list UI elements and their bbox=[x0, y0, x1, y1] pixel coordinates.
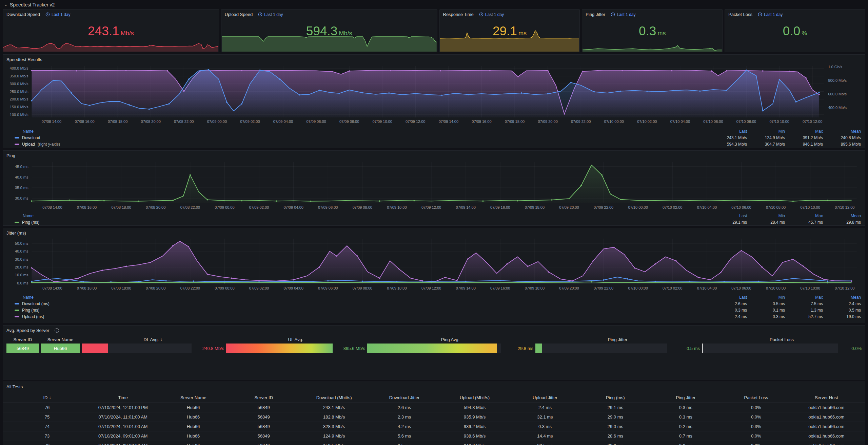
tests-column-header-time[interactable]: Time bbox=[88, 392, 158, 403]
svg-text:07/08 14:00: 07/08 14:00 bbox=[42, 286, 62, 290]
svg-text:07/10 10:00: 07/10 10:00 bbox=[801, 286, 820, 290]
panel-ping: Ping 07/08 14:0007/08 16:0007/08 18:0007… bbox=[3, 150, 865, 226]
svg-text:600.0 Mb/s: 600.0 Mb/s bbox=[828, 92, 847, 96]
tests-column-header-server-name[interactable]: Server Name bbox=[158, 392, 228, 403]
legend-mean-value: 19.0 ms bbox=[823, 314, 861, 319]
legend-column-min[interactable]: Min bbox=[747, 295, 785, 300]
tests-column-header-packet-loss[interactable]: Packet Loss bbox=[721, 392, 791, 403]
legend-last-value: 2.6 ms bbox=[709, 301, 747, 306]
clock-icon bbox=[258, 12, 262, 17]
legend-column-last[interactable]: Last bbox=[709, 129, 747, 134]
svg-text:07/08 18:00: 07/08 18:00 bbox=[111, 205, 131, 209]
legend-column-max[interactable]: Max bbox=[785, 214, 823, 218]
legend-column-min[interactable]: Min bbox=[747, 214, 785, 218]
tests-column-header-upload-mbit-s-[interactable]: Upload (Mbit/s) bbox=[439, 392, 510, 403]
svg-text:07/10 04:00: 07/10 04:00 bbox=[670, 119, 690, 124]
avg-column-header-server-id[interactable]: Server ID bbox=[6, 335, 39, 344]
stat-value: 29.1ms bbox=[440, 25, 580, 37]
legend-item-ping-ms-[interactable]: Ping (ms)0.3 ms0.1 ms1.3 ms0.5 ms bbox=[15, 307, 861, 313]
legend-item-ping-ms-[interactable]: Ping (ms)29.1 ms28.4 ms45.7 ms29.8 ms bbox=[15, 219, 861, 225]
table-cell: Hub66 bbox=[158, 414, 228, 420]
table-cell: ookla1.hub66.com bbox=[791, 443, 862, 445]
series-name: Download bbox=[22, 135, 40, 140]
ul-avg-gauge: 895.6 Mb/s bbox=[226, 344, 365, 353]
dashboard-row-title: Speedtest Tracker v2 bbox=[10, 2, 55, 7]
legend-item-download-ms-[interactable]: Download (ms)2.6 ms0.5 ms7.5 ms2.4 ms bbox=[15, 300, 861, 307]
legend-header: NameLastMinMaxMean bbox=[15, 212, 861, 219]
legend-column-max[interactable]: Max bbox=[785, 129, 823, 134]
avg-column-header-dl-avg-[interactable]: DL Avg.↓ bbox=[82, 335, 224, 344]
panel-ping-jitter: Ping Jitter Last 1 day 0.3ms bbox=[582, 9, 723, 52]
svg-text:07/09 08:00: 07/09 08:00 bbox=[353, 205, 372, 209]
legend-column-name[interactable]: Name bbox=[15, 214, 709, 218]
panel-time-range[interactable]: Last 1 day bbox=[45, 12, 70, 17]
speedtest-results-chart[interactable]: 07/08 14:0007/08 16:0007/08 18:0007/08 2… bbox=[3, 63, 865, 128]
clock-icon bbox=[479, 12, 484, 17]
series-name: Download (ms) bbox=[22, 301, 50, 306]
svg-text:07/08 20:00: 07/08 20:00 bbox=[141, 119, 161, 124]
tests-column-header-id[interactable]: ID↓ bbox=[6, 392, 88, 403]
legend-last-value: 2.4 ms bbox=[709, 314, 747, 319]
table-cell: 28.6 ms bbox=[580, 443, 650, 445]
avg-column-header-ping-avg-[interactable]: Ping Avg. bbox=[367, 335, 533, 344]
legend-column-name[interactable]: Name bbox=[15, 295, 709, 300]
legend-column-min[interactable]: Min bbox=[747, 129, 785, 134]
avg-column-header-ul-avg-[interactable]: UL Avg. bbox=[226, 335, 365, 344]
avg-column-header-packet-loss[interactable]: Packet Loss bbox=[702, 335, 862, 344]
panel-time-range[interactable]: Last 1 day bbox=[479, 12, 504, 17]
table-cell: 07/10/2024, 08:32:00 AM bbox=[88, 443, 158, 445]
tests-column-header-download-mbit-s-[interactable]: Download (Mbit/s) bbox=[299, 392, 369, 403]
svg-text:20.0 ms: 20.0 ms bbox=[15, 265, 28, 269]
legend-item-upload[interactable]: Upload (right y-axis)594.3 Mb/s304.7 Mb/… bbox=[15, 141, 861, 147]
svg-text:07/09 18:00: 07/09 18:00 bbox=[525, 286, 545, 290]
tests-column-header-ping-jitter[interactable]: Ping Jitter bbox=[651, 392, 721, 403]
panel-time-range[interactable]: Last 1 day bbox=[758, 12, 783, 17]
svg-text:07/10 02:00: 07/10 02:00 bbox=[637, 119, 657, 124]
tests-column-header-download-jitter[interactable]: Download Jitter bbox=[369, 392, 439, 403]
legend-item-download[interactable]: Download243.1 Mb/s124.9 Mb/s391.2 Mb/s24… bbox=[15, 134, 861, 141]
svg-text:07/09 22:00: 07/09 22:00 bbox=[594, 286, 613, 290]
table-cell: 4.2 ms bbox=[369, 424, 439, 429]
table-cell: 938.6 Mb/s bbox=[439, 433, 510, 439]
table-cell: Hub66 bbox=[158, 424, 228, 429]
table-cell: 29.1 ms bbox=[580, 405, 650, 410]
svg-text:45.0 ms: 45.0 ms bbox=[15, 165, 28, 169]
table-cell: 243.1 Mb/s bbox=[299, 405, 369, 410]
avg-column-header-ping-jitter[interactable]: Ping Jitter bbox=[535, 335, 700, 344]
panel-time-range[interactable]: Last 1 day bbox=[258, 12, 283, 17]
svg-text:07/09 08:00: 07/09 08:00 bbox=[339, 119, 359, 124]
legend-item-upload-ms-[interactable]: Upload (ms)2.4 ms0.3 ms52.7 ms19.0 ms bbox=[15, 313, 861, 320]
jitter-chart[interactable]: 07/08 14:0007/08 16:0007/08 18:0007/08 2… bbox=[3, 237, 865, 294]
legend-min-value: 28.4 ms bbox=[747, 220, 785, 225]
ping-chart[interactable]: 07/08 14:0007/08 16:0007/08 18:0007/08 2… bbox=[3, 159, 865, 212]
legend-max-value: 946.1 Mb/s bbox=[785, 142, 823, 147]
panel-time-range[interactable]: Last 1 day bbox=[611, 12, 635, 17]
svg-text:07/09 16:00: 07/09 16:00 bbox=[490, 205, 510, 209]
legend-column-mean[interactable]: Mean bbox=[823, 129, 861, 134]
legend-last-value: 594.3 Mb/s bbox=[709, 142, 747, 147]
series-name: Upload (ms) bbox=[22, 314, 44, 319]
legend-column-mean[interactable]: Mean bbox=[823, 295, 861, 300]
svg-text:07/10 12:00: 07/10 12:00 bbox=[835, 286, 854, 290]
info-icon[interactable]: i bbox=[55, 328, 59, 333]
legend-column-last[interactable]: Last bbox=[709, 214, 747, 218]
svg-text:07/09 10:00: 07/09 10:00 bbox=[387, 286, 407, 290]
legend-column-mean[interactable]: Mean bbox=[823, 214, 861, 218]
svg-text:07/09 14:00: 07/09 14:00 bbox=[439, 119, 458, 124]
tests-column-header-ping-ms-[interactable]: Ping (ms) bbox=[580, 392, 650, 403]
table-cell: 56849 bbox=[229, 443, 299, 445]
dashboard-row-header[interactable]: ⌄ Speedtest Tracker v2 bbox=[3, 1, 865, 8]
avg-column-header-server-name[interactable]: Server Name bbox=[41, 335, 80, 344]
svg-text:07/08 22:00: 07/08 22:00 bbox=[174, 119, 194, 124]
svg-text:300.0 Mb/s: 300.0 Mb/s bbox=[10, 82, 28, 86]
svg-text:07/10 00:00: 07/10 00:00 bbox=[628, 205, 648, 209]
svg-text:07/08 18:00: 07/08 18:00 bbox=[111, 286, 131, 290]
svg-text:07/10 08:00: 07/10 08:00 bbox=[766, 205, 786, 209]
legend-column-max[interactable]: Max bbox=[785, 295, 823, 300]
tests-column-header-upload-jitter[interactable]: Upload Jitter bbox=[510, 392, 580, 403]
legend-column-last[interactable]: Last bbox=[709, 295, 747, 300]
legend-column-name[interactable]: Name bbox=[15, 129, 709, 134]
tests-column-header-server-host[interactable]: Server Host bbox=[791, 392, 862, 403]
panel-title: Download Speed bbox=[6, 12, 40, 17]
tests-column-header-server-id[interactable]: Server ID bbox=[229, 392, 299, 403]
